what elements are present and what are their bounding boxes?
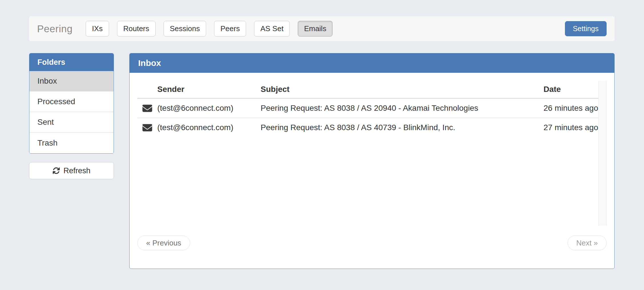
mail-table-header-row: Sender Subject Date	[137, 81, 598, 98]
page-title: Peering	[37, 23, 73, 35]
folder-item-label: Processed	[37, 97, 75, 106]
settings-button[interactable]: Settings	[565, 21, 607, 36]
scrollbar-track[interactable]	[598, 81, 607, 226]
mail-row-sender: (test@6connect.com)	[157, 98, 261, 118]
folders-panel-header: Folders	[29, 53, 114, 71]
tab-ixs[interactable]: IXs	[86, 21, 109, 37]
mail-row-subject: Peering Request: AS 8038 / AS 40739 - Bl…	[261, 118, 544, 137]
folders-panel: Folders Inbox Processed Sent Trash	[29, 53, 114, 154]
folder-item-trash[interactable]: Trash	[29, 133, 114, 153]
folder-item-processed[interactable]: Processed	[29, 92, 114, 112]
pagination: « Previous Next »	[137, 235, 607, 250]
topbar: Peering IXs Routers Sessions Peers AS Se…	[29, 16, 615, 41]
mail-table: Sender Subject Date (test@6connect.com)	[137, 81, 598, 137]
mail-row-sender: (test@6connect.com)	[157, 118, 261, 137]
column-header-sender: Sender	[157, 81, 261, 98]
mail-row-date: 26 minutes ago	[544, 98, 598, 118]
column-header-subject: Subject	[261, 81, 544, 98]
refresh-button-label: Refresh	[63, 166, 90, 175]
mail-row-date: 27 minutes ago	[544, 118, 598, 137]
tab-emails[interactable]: Emails	[298, 21, 333, 37]
column-header-icon	[137, 81, 157, 98]
mail-row-subject: Peering Request: AS 8038 / AS 20940 - Ak…	[261, 98, 544, 118]
tab-sessions[interactable]: Sessions	[164, 21, 206, 37]
inbox-panel: Inbox Sender Subject Date	[129, 53, 615, 269]
mail-row-2[interactable]: (test@6connect.com) Peering Request: AS …	[137, 118, 598, 137]
mail-table-wrapper: Sender Subject Date (test@6connect.com)	[137, 81, 607, 226]
tab-peers[interactable]: Peers	[214, 21, 246, 37]
folder-item-label: Sent	[37, 118, 54, 127]
envelope-icon	[137, 118, 157, 137]
inbox-panel-header: Inbox	[130, 53, 614, 73]
refresh-icon	[53, 167, 60, 174]
folder-item-inbox[interactable]: Inbox	[29, 71, 114, 92]
inbox-panel-body: Sender Subject Date (test@6connect.com)	[130, 73, 614, 269]
tab-as-set[interactable]: AS Set	[254, 21, 290, 37]
folder-item-label: Inbox	[37, 76, 57, 86]
folder-item-label: Trash	[37, 138, 58, 148]
page: { "colors": { "accent_blue": "#4a7ab5", …	[0, 0, 644, 290]
previous-page-button[interactable]: « Previous	[137, 235, 190, 250]
folders-panel-title: Folders	[37, 58, 65, 67]
next-page-button[interactable]: Next »	[567, 235, 607, 250]
column-header-date: Date	[544, 81, 598, 98]
folder-item-sent[interactable]: Sent	[29, 112, 114, 133]
mail-row-1[interactable]: (test@6connect.com) Peering Request: AS …	[137, 98, 598, 118]
inbox-panel-title: Inbox	[138, 58, 161, 68]
envelope-icon	[137, 98, 157, 118]
tab-routers[interactable]: Routers	[117, 21, 156, 37]
refresh-button[interactable]: Refresh	[29, 162, 114, 179]
